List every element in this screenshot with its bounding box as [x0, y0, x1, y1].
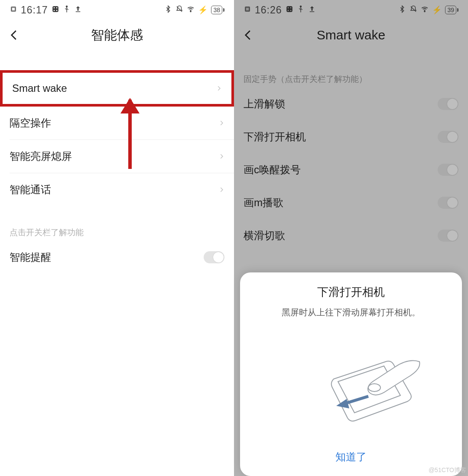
battery-level: 39 [447, 6, 454, 13]
chevron-right-icon [216, 84, 222, 93]
row-draw-c-dial[interactable]: 画c唤醒拨号 [234, 153, 468, 186]
phone-left: 16:17 ⚡ 38 [0, 0, 234, 476]
section-caption: 点击开关栏了解功能 [0, 221, 234, 241]
modal-ack-button[interactable]: 知道了 [250, 444, 452, 466]
svg-rect-2 [52, 6, 58, 12]
back-button[interactable] [8, 29, 21, 42]
svg-point-13 [287, 7, 289, 9]
chevron-right-icon [218, 118, 224, 128]
row-label: 隔空操作 [10, 116, 51, 130]
svg-point-3 [53, 7, 55, 9]
charging-icon: ⚡ [432, 5, 442, 15]
toggle-switch[interactable] [438, 197, 458, 209]
battery-level: 38 [213, 6, 220, 13]
svg-point-6 [56, 10, 57, 11]
row-smart-screen[interactable]: 智能亮屏熄屏 [0, 140, 234, 173]
status-time: 16:26 [255, 4, 282, 16]
row-label: Smart wake [12, 82, 67, 94]
wifi-icon [187, 4, 195, 16]
toggle-switch[interactable] [438, 131, 458, 143]
usb-icon [63, 4, 71, 16]
svg-rect-1 [12, 8, 15, 10]
bluetooth-icon [164, 4, 172, 16]
chevron-right-icon [218, 152, 224, 161]
battery-indicator: 39 [445, 6, 458, 14]
row-air-gesture[interactable]: 隔空操作 [0, 107, 234, 139]
svg-line-21 [346, 396, 368, 403]
svg-point-17 [300, 6, 301, 7]
phone-right: 16:26 [234, 0, 468, 476]
row-label: 画m播歌 [244, 196, 283, 210]
svg-point-15 [287, 10, 289, 11]
usb-icon [297, 4, 305, 16]
row-label: 上滑解锁 [244, 97, 285, 111]
svg-point-19 [424, 11, 425, 12]
row-draw-m-music[interactable]: 画m播歌 [234, 186, 468, 219]
page-title: Smart wake [317, 28, 385, 42]
row-smart-reminder[interactable]: 智能提醒 [0, 241, 234, 274]
row-smart-wake[interactable]: Smart wake [0, 70, 234, 107]
dnd-icon [176, 4, 183, 16]
wifi-icon [421, 4, 429, 16]
nav-header: Smart wake [234, 20, 468, 50]
row-swipe-down-camera[interactable]: 下滑打开相机 [234, 120, 468, 153]
nav-header: 智能体感 [0, 20, 234, 50]
svg-rect-18 [309, 11, 314, 12]
upload-icon [308, 4, 316, 16]
svg-point-7 [66, 6, 67, 7]
annotation-arrow [128, 100, 132, 169]
bluetooth-icon [398, 4, 406, 16]
row-label: 智能亮屏熄屏 [10, 149, 72, 163]
svg-marker-22 [336, 399, 349, 408]
gesture-illustration [282, 336, 420, 427]
chevron-right-icon [218, 185, 224, 194]
row-swipe-up-unlock[interactable]: 上滑解锁 [234, 87, 468, 120]
svg-point-14 [290, 7, 291, 9]
upload-icon [74, 4, 82, 16]
status-bar: 16:17 ⚡ 38 [0, 0, 234, 20]
svg-point-20 [368, 384, 380, 392]
row-horizontal-song[interactable]: 横滑切歌 [234, 219, 468, 252]
toggle-switch[interactable] [438, 98, 458, 110]
charging-icon: ⚡ [198, 5, 208, 15]
svg-rect-11 [246, 8, 249, 10]
back-button[interactable] [242, 29, 255, 42]
apps-icon [286, 4, 293, 16]
row-label: 下滑打开相机 [244, 130, 306, 144]
svg-rect-8 [75, 11, 80, 12]
modal-title: 下滑打开相机 [250, 285, 452, 300]
battery-indicator: 38 [211, 6, 224, 14]
svg-rect-12 [286, 6, 292, 12]
modal-description: 黑屏时从上往下滑动屏幕打开相机。 [250, 307, 452, 318]
section-caption: 固定手势（点击开关栏了解功能） [234, 68, 468, 87]
page-title: 智能体感 [91, 26, 143, 44]
row-smart-call[interactable]: 智能通话 [0, 173, 234, 206]
row-label: 智能提醒 [10, 250, 51, 264]
svg-point-4 [56, 7, 57, 9]
toggle-switch[interactable] [438, 164, 458, 176]
row-label: 智能通话 [10, 183, 51, 197]
row-label: 横滑切歌 [244, 229, 285, 243]
status-bar: 16:26 [234, 0, 468, 20]
watermark: @51CTO博客 [429, 466, 466, 474]
toggle-switch[interactable] [204, 251, 224, 263]
sim-icon [244, 4, 251, 16]
toggle-switch[interactable] [438, 230, 458, 242]
status-time: 16:17 [21, 4, 48, 16]
svg-point-9 [190, 11, 191, 12]
sim-icon [10, 4, 17, 16]
svg-point-16 [290, 10, 291, 11]
modal-sheet: 下滑打开相机 黑屏时从上往下滑动屏幕打开相机。 [240, 272, 462, 476]
apps-icon [52, 4, 59, 16]
row-label: 画c唤醒拨号 [244, 163, 301, 177]
svg-point-5 [53, 10, 55, 11]
dnd-icon [410, 4, 417, 16]
